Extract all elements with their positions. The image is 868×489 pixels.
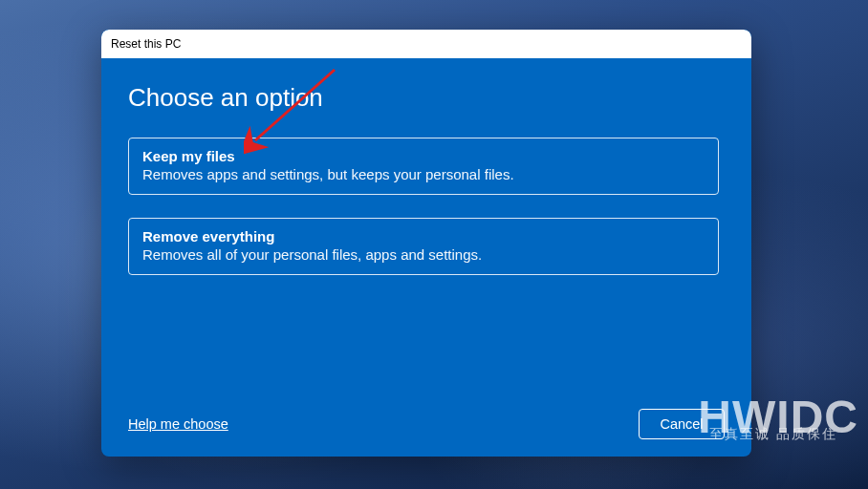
- option-title: Remove everything: [142, 228, 705, 244]
- option-keep-my-files[interactable]: Keep my files Removes apps and settings,…: [128, 138, 719, 195]
- option-remove-everything[interactable]: Remove everything Removes all of your pe…: [128, 218, 719, 275]
- dialog-title: Reset this PC: [111, 37, 181, 51]
- option-description: Removes apps and settings, but keeps you…: [142, 166, 705, 182]
- help-me-choose-link[interactable]: Help me choose: [128, 416, 228, 432]
- cancel-button[interactable]: Cancel: [639, 409, 725, 439]
- dialog-heading: Choose an option: [128, 83, 725, 113]
- option-description: Removes all of your personal files, apps…: [142, 246, 705, 263]
- dialog-titlebar[interactable]: Reset this PC: [101, 30, 751, 58]
- dialog-body: Choose an option Keep my files Removes a…: [101, 58, 751, 457]
- dialog-footer: Help me choose Cancel: [128, 409, 725, 439]
- reset-pc-dialog: Reset this PC Choose an option Keep my f…: [101, 30, 751, 457]
- option-title: Keep my files: [142, 148, 705, 164]
